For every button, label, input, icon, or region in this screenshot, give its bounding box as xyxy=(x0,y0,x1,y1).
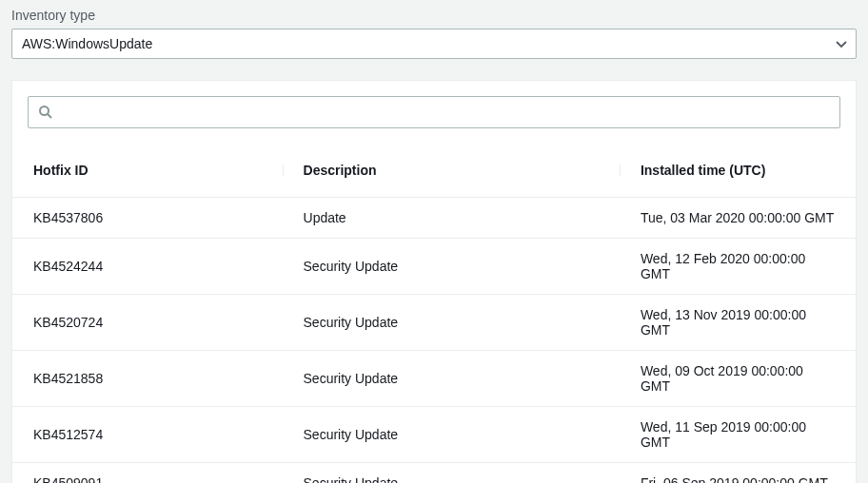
table-row[interactable]: KB4509091Security UpdateFri, 06 Sep 2019… xyxy=(12,463,856,484)
svg-point-0 xyxy=(40,106,49,115)
cell-installed-time: Fri, 06 Sep 2019 00:00:00 GMT xyxy=(620,463,856,484)
inventory-type-select[interactable]: AWS:WindowsUpdate xyxy=(11,29,857,59)
table-row[interactable]: KB4524244Security UpdateWed, 12 Feb 2020… xyxy=(12,239,856,295)
cell-installed-time: Wed, 09 Oct 2019 00:00:00 GMT xyxy=(620,351,856,407)
inventory-type-value: AWS:WindowsUpdate xyxy=(22,36,152,51)
cell-installed-time: Wed, 12 Feb 2020 00:00:00 GMT xyxy=(620,239,856,295)
search-wrapper xyxy=(12,81,856,144)
updates-table: Hotfix ID Description Installed time (UT… xyxy=(12,144,856,483)
cell-hotfix-id: KB4521858 xyxy=(12,351,283,407)
cell-description: Security Update xyxy=(283,463,620,484)
search-input[interactable] xyxy=(61,103,830,122)
table-row[interactable]: KB4520724Security UpdateWed, 13 Nov 2019… xyxy=(12,295,856,351)
header-installed-time[interactable]: Installed time (UTC) xyxy=(620,144,856,198)
results-panel: Hotfix ID Description Installed time (UT… xyxy=(11,80,857,483)
table-header-row: Hotfix ID Description Installed time (UT… xyxy=(12,144,856,198)
search-icon xyxy=(38,105,53,120)
table-row[interactable]: KB4512574Security UpdateWed, 11 Sep 2019… xyxy=(12,407,856,463)
cell-installed-time: Wed, 11 Sep 2019 00:00:00 GMT xyxy=(620,407,856,463)
cell-hotfix-id: KB4524244 xyxy=(12,239,283,295)
cell-description: Security Update xyxy=(283,295,620,351)
inventory-section: Inventory type AWS:WindowsUpdate Hotfix … xyxy=(0,0,868,483)
cell-hotfix-id: KB4509091 xyxy=(12,463,283,484)
cell-description: Security Update xyxy=(283,407,620,463)
cell-installed-time: Wed, 13 Nov 2019 00:00:00 GMT xyxy=(620,295,856,351)
cell-hotfix-id: KB4520724 xyxy=(12,295,283,351)
cell-hotfix-id: KB4537806 xyxy=(12,198,283,239)
svg-line-1 xyxy=(48,114,51,118)
search-box[interactable] xyxy=(28,96,840,128)
table-row[interactable]: KB4537806UpdateTue, 03 Mar 2020 00:00:00… xyxy=(12,198,856,239)
cell-installed-time: Tue, 03 Mar 2020 00:00:00 GMT xyxy=(620,198,856,239)
table-row[interactable]: KB4521858Security UpdateWed, 09 Oct 2019… xyxy=(12,351,856,407)
header-description[interactable]: Description xyxy=(283,144,620,198)
cell-hotfix-id: KB4512574 xyxy=(12,407,283,463)
cell-description: Update xyxy=(283,198,620,239)
inventory-type-label: Inventory type xyxy=(11,8,857,23)
cell-description: Security Update xyxy=(283,351,620,407)
cell-description: Security Update xyxy=(283,239,620,295)
header-hotfix-id[interactable]: Hotfix ID xyxy=(12,144,283,198)
